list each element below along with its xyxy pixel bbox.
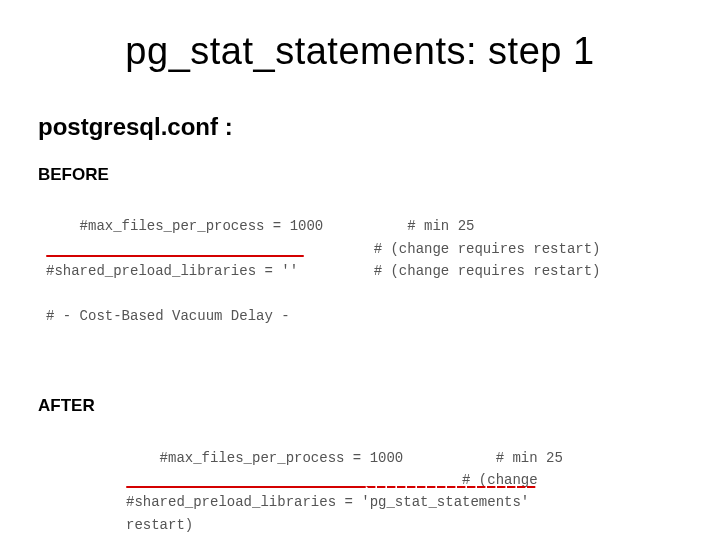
underline-before [46,255,304,257]
underline-after-right [366,486,536,488]
before-label: BEFORE [38,165,690,185]
page-title: pg_stat_statements: step 1 [30,30,690,73]
after-label: AFTER [38,396,690,416]
before-code: #max_files_per_process = 1000 # min 25 #… [46,193,690,372]
before-code-text: #max_files_per_process = 1000 # min 25 #… [46,218,601,324]
underline-after-left [126,486,366,488]
after-code: #max_files_per_process = 1000 # min 25 #… [126,424,690,540]
slide: pg_stat_statements: step 1 postgresql.co… [0,0,720,540]
subtitle: postgresql.conf : [38,113,690,141]
after-code-text: #max_files_per_process = 1000 # min 25 #… [126,450,563,533]
